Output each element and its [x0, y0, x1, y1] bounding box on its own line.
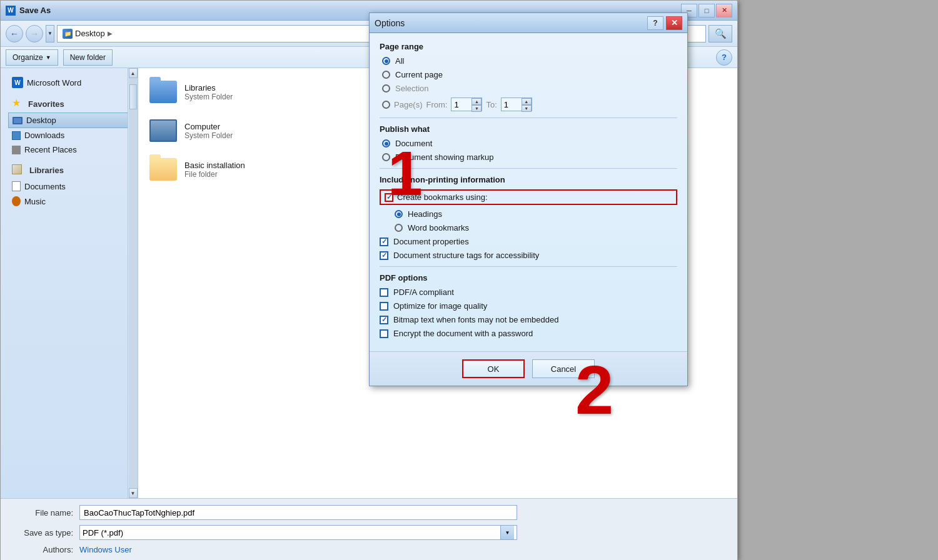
non-printing-title: Include non-printing information: [380, 175, 677, 184]
bitmap-checkbox[interactable]: [380, 316, 388, 324]
doc-properties-row: Document properties: [380, 237, 677, 246]
to-down[interactable]: ▼: [522, 105, 532, 112]
authors-value: Windows User: [79, 545, 132, 554]
doc-properties-label: Document properties: [393, 237, 469, 246]
bitmap-row: Bitmap text when fonts may not be embedd…: [380, 315, 677, 324]
doc-properties-checkbox[interactable]: [380, 238, 388, 246]
sidebar-section-favorites: ★ Favorites Desktop Downloads Recent Pla…: [1, 92, 138, 158]
filename-row: File name:: [11, 505, 727, 520]
radio-current-row: Current page: [380, 70, 677, 79]
radio-document-markup-row: Document showing markup: [380, 152, 677, 162]
radio-current-label: Current page: [395, 70, 443, 79]
form-area: File name: Save as type: PDF (*.pdf) ▼ A…: [1, 498, 737, 560]
sidebar-item-desktop[interactable]: Desktop: [8, 112, 138, 128]
dialog-titlebar: Options ? ✕: [370, 13, 687, 33]
file-icon-basic: [148, 154, 178, 184]
search-button[interactable]: 🔍: [709, 25, 732, 42]
computer-icon: [149, 119, 177, 142]
filename-label: File name:: [11, 508, 73, 518]
desktop-icon: [13, 117, 23, 124]
optimize-image-checkbox[interactable]: [380, 302, 388, 311]
cancel-button[interactable]: Cancel: [532, 359, 595, 378]
dialog-title: Options: [375, 18, 647, 28]
from-input[interactable]: [451, 98, 473, 111]
sidebar-item-music[interactable]: Music: [8, 194, 138, 209]
address-arrow: ▶: [108, 30, 113, 37]
dialog-help-button[interactable]: ?: [647, 16, 663, 30]
pdfa-row: PDF/A compliant: [380, 288, 677, 297]
maximize-button[interactable]: □: [698, 4, 715, 18]
sidebar-item-downloads[interactable]: Downloads: [8, 128, 138, 142]
filename-input[interactable]: [79, 505, 517, 520]
authors-row: Authors: Windows User: [11, 545, 727, 554]
sidebar-item-documents[interactable]: Documents: [8, 179, 138, 194]
encrypt-checkbox[interactable]: [380, 329, 388, 338]
pdfa-checkbox[interactable]: [380, 288, 388, 297]
help-button[interactable]: ?: [716, 49, 732, 66]
radio-pages[interactable]: [382, 101, 390, 109]
create-bookmarks-checkbox[interactable]: [385, 193, 393, 202]
radio-pages-label: Page(s): [394, 100, 423, 109]
recent-label: Recent Places: [24, 145, 77, 154]
organize-button[interactable]: Organize ▼: [6, 49, 58, 66]
new-folder-button[interactable]: New folder: [63, 49, 113, 66]
scroll-thumb[interactable]: [129, 84, 137, 109]
radio-headings[interactable]: [395, 210, 403, 218]
scroll-down[interactable]: ▼: [129, 488, 138, 498]
from-arrows: ▲ ▼: [472, 98, 482, 112]
sidebar: W Microsoft Word ★ Favorites Desktop Dow…: [1, 68, 138, 498]
desktop-label: Desktop: [26, 116, 56, 125]
pages-row: Page(s) From: ▲ ▼ To: ▲ ▼: [380, 98, 677, 111]
radio-document-row: Document: [380, 139, 677, 148]
close-button[interactable]: ✕: [716, 4, 732, 18]
radio-all[interactable]: [382, 57, 390, 65]
dialog-close-button[interactable]: ✕: [666, 16, 682, 30]
savetype-value: PDF (*.pdf): [83, 528, 123, 538]
dialog-content: Page range All Current page Selection Pa…: [370, 33, 687, 351]
savetype-select[interactable]: PDF (*.pdf) ▼: [79, 525, 517, 540]
radio-current-page[interactable]: [382, 71, 390, 79]
radio-word-bookmarks-row: Word bookmarks: [380, 223, 677, 232]
to-spin[interactable]: ▲ ▼: [501, 98, 532, 111]
create-bookmarks-label: Create bookmarks using:: [397, 192, 488, 202]
from-label: From:: [426, 100, 448, 109]
pdf-options-title: PDF options: [380, 273, 677, 282]
savetype-row: Save as type: PDF (*.pdf) ▼: [11, 525, 727, 540]
radio-selection-row: Selection: [380, 84, 677, 93]
radio-document-markup[interactable]: [382, 153, 390, 161]
sidebar-item-favorites-header: ★ Favorites: [8, 93, 138, 112]
from-up[interactable]: ▲: [472, 98, 482, 105]
downloads-icon: [12, 131, 21, 140]
sidebar-label-word: Microsoft Word: [27, 78, 81, 88]
divider-1: [380, 118, 677, 118]
scroll-up[interactable]: ▲: [129, 68, 138, 78]
radio-document[interactable]: [382, 139, 390, 148]
radio-selection[interactable]: [382, 84, 390, 92]
favorites-label: Favorites: [24, 96, 68, 110]
file-icon-computer: [148, 116, 178, 146]
from-down[interactable]: ▼: [472, 105, 482, 112]
to-arrows: ▲ ▼: [522, 98, 532, 112]
radio-document-label: Document: [395, 139, 432, 148]
address-text: Desktop: [75, 29, 105, 38]
radio-word-bookmarks-label: Word bookmarks: [408, 223, 469, 232]
sidebar-item-recent[interactable]: Recent Places: [8, 142, 138, 157]
file-type-basic: File folder: [184, 170, 245, 179]
libraries-folder-icon: [149, 81, 177, 103]
address-icon: 📁: [63, 29, 73, 39]
radio-word-bookmarks[interactable]: [395, 224, 403, 232]
back-button[interactable]: ←: [6, 25, 23, 42]
to-up[interactable]: ▲: [522, 98, 532, 105]
nav-dropdown[interactable]: ▼: [46, 25, 54, 42]
music-icon: [12, 196, 21, 206]
sidebar-item-word[interactable]: W Microsoft Word: [8, 74, 138, 91]
forward-button[interactable]: →: [26, 25, 43, 42]
sidebar-scrollbar: ▲ ▼: [128, 68, 138, 498]
basic-folder-icon: [149, 158, 177, 181]
optimize-image-label: Optimize for image quality: [393, 301, 487, 311]
to-input[interactable]: [502, 98, 523, 111]
doc-structure-checkbox[interactable]: [380, 251, 388, 260]
ok-button[interactable]: OK: [462, 359, 525, 378]
from-spin[interactable]: ▲ ▼: [451, 98, 482, 111]
libraries-label: Libraries: [26, 162, 68, 176]
